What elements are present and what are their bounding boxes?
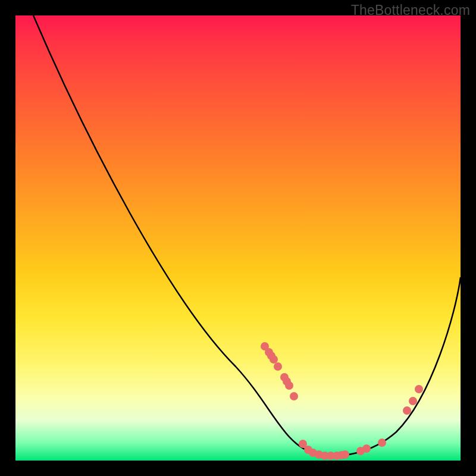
data-point bbox=[285, 381, 293, 390]
data-point bbox=[341, 450, 349, 459]
curve-path bbox=[33, 15, 461, 456]
data-points bbox=[261, 342, 423, 460]
data-point bbox=[378, 439, 386, 447]
data-point bbox=[274, 362, 282, 371]
data-point bbox=[415, 385, 423, 393]
data-point bbox=[362, 444, 371, 453]
chart-area bbox=[15, 15, 461, 461]
data-point bbox=[290, 392, 298, 400]
data-point bbox=[270, 355, 278, 364]
bottleneck-curve bbox=[15, 15, 461, 461]
data-point bbox=[409, 397, 417, 405]
watermark-text: TheBottleneck.com bbox=[351, 2, 470, 18]
data-point bbox=[403, 406, 411, 415]
